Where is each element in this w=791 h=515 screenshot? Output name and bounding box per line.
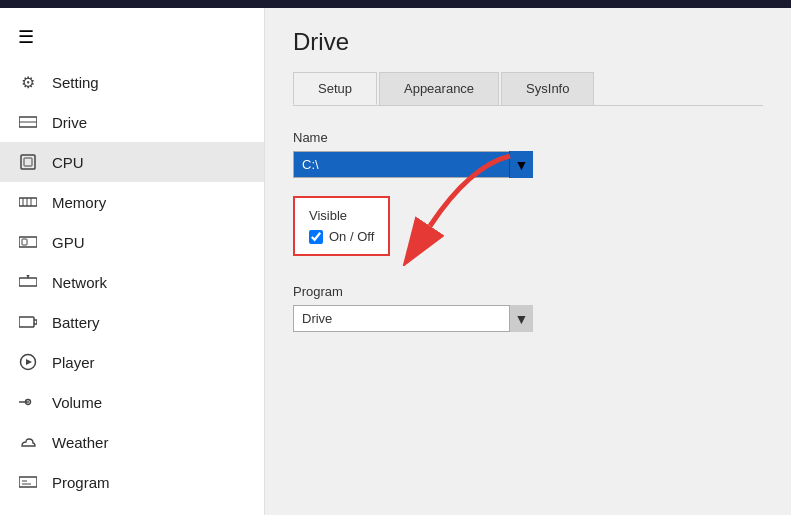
page-title: Drive: [293, 28, 763, 56]
battery-icon: [18, 312, 38, 332]
sidebar-item-drive[interactable]: Drive: [0, 102, 264, 142]
gear-icon: ⚙: [18, 72, 38, 92]
sidebar-item-player[interactable]: Player: [0, 342, 264, 382]
sidebar-label-player: Player: [52, 354, 95, 371]
player-icon: [18, 352, 38, 372]
sidebar-item-cpu[interactable]: CPU: [0, 142, 264, 182]
sidebar-label-program: Program: [52, 474, 110, 491]
main-content: Drive Setup Appearance SysInfo Name C:\ …: [265, 8, 791, 515]
cpu-icon: [18, 152, 38, 172]
tab-appearance[interactable]: Appearance: [379, 72, 499, 105]
sidebar-item-battery[interactable]: Battery: [0, 302, 264, 342]
drive-icon: [18, 112, 38, 132]
svg-marker-18: [26, 359, 32, 365]
visible-section-wrapper: Visible On / Off: [293, 196, 390, 274]
top-bar: [0, 0, 791, 8]
sidebar-label-gpu: GPU: [52, 234, 85, 251]
program-label: Program: [293, 284, 763, 299]
sidebar-item-program[interactable]: Program: [0, 462, 264, 502]
svg-rect-2: [21, 155, 35, 169]
sidebar: ☰ ⚙ Setting Drive CPU Memory GPU Network: [0, 8, 265, 515]
sidebar-label-network: Network: [52, 274, 107, 291]
sidebar-item-network[interactable]: Network: [0, 262, 264, 302]
visible-checkbox-label: On / Off: [329, 229, 374, 244]
sidebar-label-battery: Battery: [52, 314, 100, 331]
sidebar-item-memory[interactable]: Memory: [0, 182, 264, 222]
svg-rect-21: [19, 477, 37, 487]
sidebar-label-volume: Volume: [52, 394, 102, 411]
svg-rect-13: [19, 317, 34, 327]
visible-checkbox[interactable]: [309, 230, 323, 244]
sidebar-item-setting[interactable]: ⚙ Setting: [0, 62, 264, 102]
sidebar-label-setting: Setting: [52, 74, 99, 91]
svg-rect-10: [19, 278, 37, 286]
sidebar-label-memory: Memory: [52, 194, 106, 211]
tab-sysinfo[interactable]: SysInfo: [501, 72, 594, 105]
program-icon: [18, 472, 38, 492]
svg-rect-4: [19, 198, 37, 206]
sidebar-label-weather: Weather: [52, 434, 108, 451]
sidebar-item-volume[interactable]: Volume: [0, 382, 264, 422]
tab-setup[interactable]: Setup: [293, 72, 377, 105]
program-dropdown-wrapper: Drive ▼: [293, 305, 533, 332]
program-field-group: Program Drive ▼: [293, 284, 763, 332]
sidebar-label-cpu: CPU: [52, 154, 84, 171]
name-dropdown-wrapper: C:\ D:\ ▼: [293, 151, 533, 178]
svg-rect-3: [24, 158, 32, 166]
tabs-container: Setup Appearance SysInfo: [293, 72, 763, 106]
program-dropdown[interactable]: Drive: [293, 305, 533, 332]
visible-checkbox-row: On / Off: [309, 229, 374, 244]
volume-icon: [18, 392, 38, 412]
name-label: Name: [293, 130, 763, 145]
visible-title: Visible: [309, 208, 374, 223]
network-icon: [18, 272, 38, 292]
svg-point-12: [27, 275, 30, 277]
menu-icon[interactable]: ☰: [0, 16, 264, 62]
weather-icon: [18, 432, 38, 452]
memory-icon: [18, 192, 38, 212]
visible-box: Visible On / Off: [293, 196, 390, 256]
name-field-group: Name C:\ D:\ ▼: [293, 130, 763, 178]
svg-rect-9: [22, 239, 27, 245]
sidebar-item-weather[interactable]: Weather: [0, 422, 264, 462]
name-dropdown[interactable]: C:\ D:\: [293, 151, 533, 178]
sidebar-label-drive: Drive: [52, 114, 87, 131]
sidebar-item-gpu[interactable]: GPU: [0, 222, 264, 262]
gpu-icon: [18, 232, 38, 252]
